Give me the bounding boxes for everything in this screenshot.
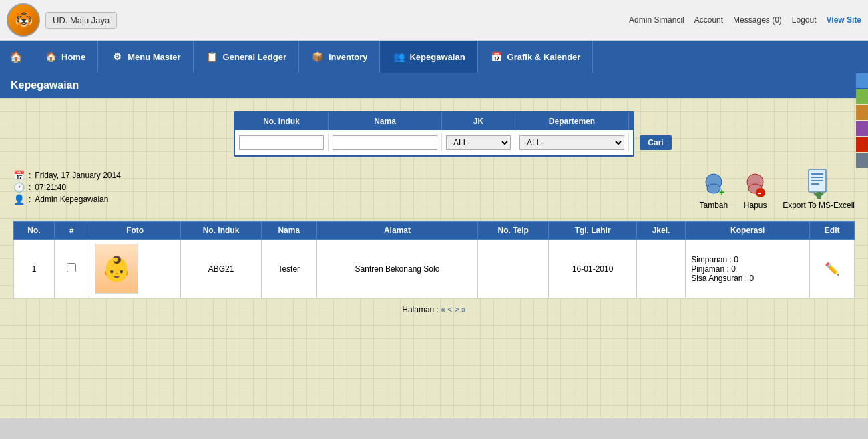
cari-button[interactable]: Cari	[640, 135, 671, 150]
admin-value: Admin Kepegawaian	[35, 195, 108, 204]
tambah-label: Tambah	[699, 201, 728, 210]
info-row: 📅 : Friday, 17 January 2014 🕐 : 07:21:40…	[13, 170, 855, 210]
admin-separator: :	[29, 195, 31, 204]
color-swatch-5[interactable]	[856, 153, 868, 168]
logout-link[interactable]: Logout	[792, 15, 817, 25]
nav-home-label: Home	[61, 52, 85, 62]
content: Kepegawaian No. Induk Nama JK Departemen	[0, 73, 868, 418]
time-line: 🕐 : 07:21:40	[13, 182, 121, 193]
clock-icon: 🕐	[13, 182, 25, 193]
svg-rect-13	[817, 192, 821, 199]
pagination-prev[interactable]: <	[447, 305, 452, 314]
svg-text:+: +	[719, 187, 724, 197]
nav-inventory-label: Inventory	[329, 52, 368, 62]
col-jkel: Jkel.	[636, 222, 685, 240]
nav-grafik-label: Grafik & Kalender	[507, 52, 581, 62]
pagination-next[interactable]: >	[455, 305, 459, 314]
export-label: Export To MS-Excell	[783, 201, 855, 210]
row-checkbox[interactable]	[67, 263, 76, 272]
tambah-icon: +	[700, 170, 728, 198]
nama-input[interactable]	[333, 135, 437, 150]
col-no-induk: No. Induk	[181, 222, 261, 240]
koperasi-sisa: Sisa Angsuran : 0	[691, 274, 804, 283]
tambah-button[interactable]: + Tambah	[699, 170, 728, 210]
nav-kepegawaian[interactable]: 👥 Kepegawaian	[380, 41, 477, 73]
export-button[interactable]: Export To MS-Excell	[783, 170, 855, 210]
time-value: 07:21:40	[35, 183, 66, 192]
cell-no-induk: ABG21	[181, 240, 261, 298]
nav-menu-master[interactable]: ⚙ Menu Master	[98, 41, 193, 73]
kepegawaian-icon: 👥	[392, 50, 405, 63]
grafik-icon: 📅	[490, 50, 503, 63]
nav-grafik-kalender[interactable]: 📅 Grafik & Kalender	[478, 41, 594, 73]
pagination-last[interactable]: »	[461, 305, 466, 314]
col-tgl-lahir: Tgl. Lahir	[549, 222, 636, 240]
nav-kepegawaian-label: Kepegawaian	[409, 52, 465, 62]
inventory-icon: 📦	[311, 50, 324, 63]
date-line: 📅 : Friday, 17 January 2014	[13, 170, 121, 181]
edit-icon[interactable]: ✏️	[825, 262, 839, 276]
color-swatch-0[interactable]	[856, 73, 868, 88]
cell-no: 1	[14, 240, 55, 298]
logo-area: 🐯 UD. Maju Jaya	[7, 3, 117, 37]
home-button[interactable]: 🏠	[0, 43, 32, 71]
pagination-label: Halaman :	[402, 305, 439, 314]
cell-check[interactable]	[54, 240, 89, 298]
svg-rect-9	[811, 177, 823, 178]
menu-master-icon: ⚙	[110, 50, 124, 63]
svg-rect-10	[811, 180, 823, 181]
search-inputs: -ALL- L P -ALL- IT HRD Finance Cari	[235, 130, 633, 155]
page-title: Kepegawaian	[0, 73, 868, 98]
header-no-induk: No. Induk	[235, 113, 329, 130]
table-body: 1 👶 ABG21 Tester Santren Bekonang Solo 1…	[14, 240, 855, 298]
cell-tgl-lahir: 16-01-2010	[549, 240, 636, 298]
calendar-icon: 📅	[13, 170, 25, 181]
search-form: No. Induk Nama JK Departemen -ALL- L P	[234, 111, 634, 157]
col-edit: Edit	[810, 222, 855, 240]
site-name: UD. Maju Jaya	[45, 12, 117, 29]
col-foto: Foto	[89, 222, 181, 240]
export-icon	[805, 170, 833, 198]
main-area: No. Induk Nama JK Departemen -ALL- L P	[0, 98, 868, 418]
no-induk-cell	[235, 134, 329, 151]
cell-edit[interactable]: ✏️	[810, 240, 855, 298]
header-nama: Nama	[329, 113, 442, 130]
koperasi-simpanan: Simpanan : 0	[691, 255, 804, 264]
time-separator: :	[29, 183, 31, 192]
messages-link[interactable]: Messages (0)	[733, 15, 782, 25]
cell-foto: 👶	[89, 240, 181, 298]
account-link[interactable]: Account	[694, 15, 723, 25]
jk-select[interactable]: -ALL- L P	[446, 135, 511, 150]
color-swatch-2[interactable]	[856, 105, 868, 120]
date-info: 📅 : Friday, 17 January 2014 🕐 : 07:21:40…	[13, 170, 121, 205]
table-row: 1 👶 ABG21 Tester Santren Bekonang Solo 1…	[14, 240, 855, 298]
nav-general-ledger[interactable]: 📋 General Ledger	[194, 41, 299, 73]
admin-line: 👤 : Admin Kepegawaian	[13, 194, 121, 205]
home-icon: 🏠	[44, 50, 57, 63]
hapus-icon: -	[741, 170, 769, 198]
hapus-button[interactable]: - Hapus	[741, 170, 769, 210]
foto-image: 👶	[95, 244, 138, 294]
nav-inventory[interactable]: 📦 Inventory	[299, 41, 381, 73]
pagination-first[interactable]: «	[441, 305, 445, 314]
jk-cell: -ALL- L P	[442, 134, 515, 151]
header-departemen: Departemen	[515, 113, 629, 130]
logo-icon: 🐯	[7, 3, 40, 37]
admin-icon: 👤	[13, 194, 25, 205]
nav-home[interactable]: 🏠 Home	[32, 41, 98, 73]
color-swatch-4[interactable]	[856, 137, 868, 152]
svg-rect-11	[811, 183, 819, 185]
svg-text:-: -	[758, 187, 761, 198]
action-buttons: + Tambah - Hapus	[699, 170, 855, 210]
data-table: No. # Foto No. Induk Nama Alamat No. Tel…	[13, 221, 855, 298]
svg-point-1	[707, 184, 720, 193]
departemen-select[interactable]: -ALL- IT HRD Finance	[519, 135, 624, 150]
date-separator: :	[29, 171, 31, 180]
color-swatch-3[interactable]	[856, 121, 868, 136]
view-site-link[interactable]: View Site	[827, 15, 861, 25]
nav-general-ledger-label: General Ledger	[223, 52, 286, 62]
no-induk-input[interactable]	[239, 135, 324, 150]
cell-jkel	[636, 240, 685, 298]
top-nav: Admin Simancil Account Messages (0) Logo…	[629, 15, 861, 25]
color-swatch-1[interactable]	[856, 89, 868, 104]
